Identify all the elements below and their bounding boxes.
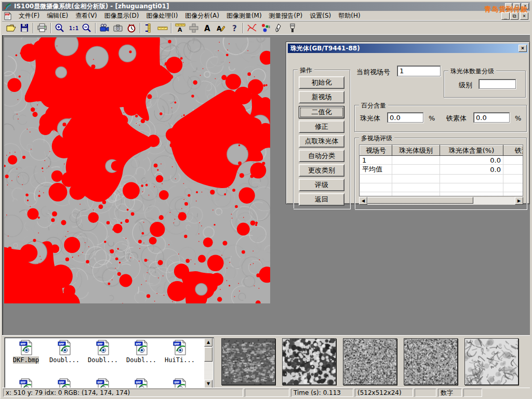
table-hscrollbar[interactable]: ◀ ▶ — [359, 197, 523, 205]
toolbar-separator — [243, 23, 244, 33]
svg-text:BMP: BMP — [98, 342, 103, 345]
thumbnail-coarse-blob-micrograph[interactable] — [282, 338, 336, 385]
current-field-input[interactable] — [397, 65, 441, 76]
caliper-icon[interactable] — [142, 22, 156, 34]
open-folder-icon[interactable] — [4, 22, 18, 34]
hscroll-track[interactable] — [367, 197, 515, 205]
grade-col-2[interactable]: 珠光体含量(%) — [440, 145, 503, 156]
print-icon[interactable] — [35, 22, 49, 34]
status-time: Time (s): 0.113 — [291, 389, 353, 397]
op-button-4[interactable]: 修正 — [299, 121, 344, 133]
menu-item-1[interactable]: 编辑(E) — [43, 10, 72, 21]
file-name: Doubl... — [49, 356, 79, 364]
status-spare-3 — [463, 389, 482, 397]
dialog-title-bar[interactable]: 珠光体(GB/T9441-88) × — [288, 44, 528, 53]
grade-row-empty — [360, 192, 524, 197]
svg-text:BMP: BMP — [59, 381, 65, 384]
file-item[interactable]: BMP — [45, 378, 84, 389]
hscroll-thumb[interactable] — [367, 197, 473, 204]
scroll-down-icon[interactable]: ▼ — [204, 380, 212, 388]
file-item-huiti-[interactable]: BMPHuiTi... — [161, 340, 199, 376]
thumbnail-fine-speckle-micrograph[interactable] — [343, 338, 397, 385]
text-edit-icon[interactable]: A — [214, 22, 228, 34]
video-camera-icon[interactable] — [98, 22, 111, 34]
help-icon[interactable]: ? — [228, 22, 241, 34]
op-button-7[interactable]: 更改类别 — [299, 164, 344, 177]
dialog-title: 珠光体(GB/T9441-88) — [290, 44, 360, 53]
ferrite-percent-input[interactable] — [473, 112, 510, 123]
menu-item-0[interactable]: 文件(F) — [15, 10, 43, 21]
grading-group-label: 珠光体数量分级 — [448, 67, 496, 76]
pen-icon[interactable] — [272, 22, 286, 34]
svg-text:BMP: BMP — [136, 381, 142, 384]
percent-group: 百分含量 珠光体 % 铁素体 % — [354, 105, 527, 132]
menu-item-7[interactable]: 测量报告(P) — [265, 10, 307, 21]
scroll-up-icon[interactable]: ▲ — [204, 338, 212, 347]
file-item[interactable]: BMP — [84, 378, 122, 389]
menu-item-8[interactable]: 设置(S) — [306, 10, 335, 21]
menu-item-3[interactable]: 图像显示(D) — [101, 10, 143, 21]
thumbnail-fine-speckle-micrograph-2[interactable] — [404, 338, 458, 385]
op-button-5[interactable]: 点取珠光体 — [299, 135, 344, 148]
grade-col-1[interactable]: 珠光体级别 — [392, 145, 440, 156]
brush-icon[interactable] — [286, 22, 299, 34]
file-item[interactable]: BMP — [122, 378, 161, 389]
menu-item-6[interactable]: 图像测量(M) — [223, 10, 265, 21]
file-item[interactable]: BMP — [7, 378, 45, 389]
grade-col-0[interactable]: 视场号 — [360, 145, 392, 156]
grade-col-3[interactable]: 铁素体 — [503, 145, 524, 156]
scroll-left-icon[interactable]: ◀ — [359, 197, 367, 205]
menu-item-2[interactable]: 查看(V) — [72, 10, 101, 21]
text-a-icon[interactable]: A — [201, 22, 214, 34]
svg-text:BMP: BMP — [175, 381, 180, 384]
zoom-out-icon[interactable] — [80, 22, 94, 34]
dialog-close-icon[interactable]: × — [518, 45, 527, 52]
vscroll-thumb[interactable] — [204, 347, 212, 362]
percent-group-label: 百分含量 — [359, 101, 388, 110]
file-item-doubl-[interactable]: BMPDoubl... — [84, 340, 122, 376]
document-icon[interactable]: DOC — [4, 12, 12, 20]
op-button-8[interactable]: 评级 — [299, 179, 344, 191]
thumbnail-dark-banded-micrograph[interactable] — [221, 338, 275, 385]
grade-table[interactable]: 视场号珠光体级别珠光体含量(%)铁素体10.0平均值0.0 — [360, 145, 523, 196]
op-button-3[interactable]: 二值化 — [299, 106, 344, 118]
file-name: DKF.bmp — [13, 356, 39, 364]
count-marks-icon[interactable]: 3 — [259, 22, 272, 34]
file-item-doubl-[interactable]: BMPDoubl... — [45, 340, 84, 376]
menu-item-5[interactable]: 图像分析(A) — [181, 10, 223, 21]
actual-size-icon[interactable]: 1:1 — [66, 22, 80, 34]
grade-row-empty — [360, 175, 524, 183]
pearlite-percent-input[interactable] — [387, 112, 423, 123]
menu-item-4[interactable]: 图像处理(I) — [142, 10, 181, 21]
grade-row[interactable]: 平均值0.0 — [360, 165, 524, 175]
op-button-9[interactable]: 返回 — [299, 193, 344, 206]
curve-tool-icon[interactable] — [245, 22, 259, 34]
svg-text:A: A — [178, 26, 182, 33]
menu-item-9[interactable]: 帮助(H) — [335, 10, 364, 21]
file-panel: BMPDKF.bmpBMPDoubl...BMPDoubl...BMPDoubl… — [2, 335, 530, 390]
grid-measure-icon[interactable] — [187, 22, 201, 34]
grade-table-wrap: 视场号珠光体级别珠光体含量(%)铁素体10.0平均值0.0 — [359, 144, 523, 196]
save-icon[interactable] — [18, 22, 31, 34]
metallographic-image[interactable] — [4, 37, 270, 303]
file-vscrollbar[interactable]: ▲ ▼ — [204, 338, 213, 388]
file-item[interactable]: BMP — [161, 378, 199, 389]
scroll-right-icon[interactable]: ▶ — [515, 197, 523, 205]
multifield-group-label: 多视场评级 — [359, 134, 394, 143]
op-button-2[interactable]: 新视场 — [299, 91, 344, 103]
grade-row[interactable]: 10.0 — [360, 156, 524, 165]
level-input[interactable] — [478, 79, 516, 89]
file-item-dkf-bmp[interactable]: BMPDKF.bmp — [7, 340, 45, 376]
op-button-6[interactable]: 自动分类 — [299, 150, 344, 162]
measure-text-icon[interactable]: A — [174, 22, 187, 34]
zoom-in-icon[interactable] — [53, 22, 66, 34]
file-name: Doubl... — [88, 356, 118, 364]
status-spare-1 — [245, 389, 289, 397]
ruler-icon[interactable] — [156, 22, 169, 34]
op-button-1[interactable]: 初始化 — [299, 76, 344, 89]
pearlite-percent-sign: % — [429, 114, 435, 122]
camera-icon[interactable] — [111, 22, 125, 34]
timer-icon[interactable] — [125, 22, 138, 34]
thumbnail-light-streak-micrograph[interactable] — [464, 338, 518, 385]
file-item-doubl-[interactable]: BMPDoubl... — [122, 340, 161, 376]
